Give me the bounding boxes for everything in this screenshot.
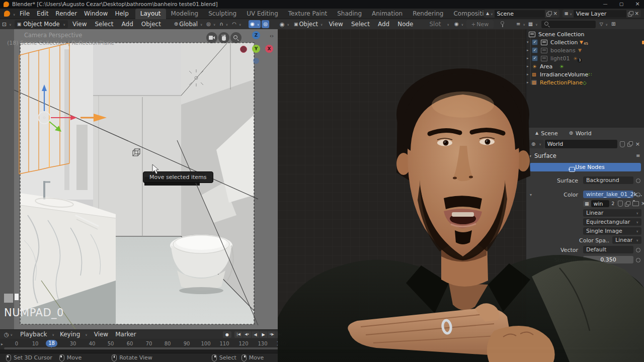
maximize-button[interactable]: ▢ bbox=[616, 1, 627, 8]
prev-keyframe-button[interactable]: ◀• bbox=[243, 331, 251, 338]
timeline-menu-marker[interactable]: Marker bbox=[112, 329, 139, 339]
use-nodes-button[interactable]: Use Nodes bbox=[530, 163, 641, 171]
tab-animation[interactable]: Animation bbox=[367, 9, 408, 19]
orientation-dropdown[interactable]: ⊕ Global ∨ bbox=[173, 20, 204, 28]
menu-file[interactable]: File bbox=[16, 9, 33, 19]
collection-checkbox[interactable]: ✓ bbox=[532, 39, 538, 45]
vp-menu-view[interactable]: View bbox=[69, 19, 90, 29]
tab-modeling[interactable]: Modeling bbox=[166, 9, 204, 19]
properties-tab-scene[interactable]: ▲ bbox=[516, 192, 526, 202]
tab-rendering[interactable]: Rendering bbox=[408, 9, 448, 19]
timeline-scrollbar[interactable] bbox=[4, 347, 639, 349]
outliner-row-irradiance-volume[interactable]: ▸ ▨ IrradianceVolume ∷∷ bbox=[526, 70, 644, 78]
new-material-button[interactable]: + New bbox=[466, 20, 494, 28]
menu-window[interactable]: Window bbox=[80, 9, 111, 19]
shader-type-dropdown[interactable]: ▣ Object ∨ bbox=[292, 20, 324, 28]
properties-tab-physics[interactable]: ◎ bbox=[516, 227, 526, 237]
timeline-menu-view[interactable]: View bbox=[91, 329, 112, 339]
outliner-label[interactable]: Area bbox=[540, 63, 552, 70]
colorspace-dropdown[interactable]: Linear∨ bbox=[612, 236, 641, 244]
filter-image-icon[interactable]: ▦ bbox=[528, 22, 533, 27]
record-button[interactable]: ● bbox=[223, 331, 231, 338]
outliner-label[interactable]: Collection bbox=[550, 39, 578, 46]
image-icon[interactable]: ▦ bbox=[583, 201, 591, 207]
outliner-row-collection[interactable]: ▾ ✓ Collection ▼ 45 bbox=[526, 38, 644, 46]
outliner-label[interactable]: IrradianceVolume bbox=[540, 71, 588, 78]
outliner-label[interactable]: ReflectionPlane bbox=[540, 79, 583, 86]
tab-shading[interactable]: Shading bbox=[332, 9, 367, 19]
shader-editor-background[interactable] bbox=[278, 29, 526, 329]
fake-user-icon[interactable] bbox=[618, 201, 623, 207]
strength-slider[interactable]: 0.350 bbox=[583, 256, 633, 263]
collection-checkbox[interactable]: ✓ bbox=[532, 55, 538, 61]
scene-name[interactable]: Scene bbox=[495, 10, 545, 18]
view-layer-name[interactable]: View Layer bbox=[574, 10, 626, 18]
tab-sculpting[interactable]: Sculpting bbox=[203, 9, 242, 19]
properties-tab-world[interactable]: ● bbox=[516, 202, 526, 212]
properties-tab-output[interactable]: ▤ bbox=[516, 174, 526, 184]
menu-render[interactable]: Render bbox=[52, 9, 80, 19]
copy-icon[interactable] bbox=[546, 11, 552, 17]
pivot-dropdown[interactable]: ◎ ∨ bbox=[205, 20, 217, 28]
editor-type-clock-icon[interactable]: ◷ bbox=[4, 332, 9, 337]
proportional-editing-toggle[interactable]: ◠ ∨ bbox=[230, 20, 243, 28]
surface-panel-header[interactable]: ▾ Surface ≡ bbox=[526, 152, 644, 160]
outliner-row-scene-collection[interactable]: Scene Collection bbox=[526, 30, 644, 38]
tab-uv-editing[interactable]: UV Editing bbox=[242, 9, 283, 19]
properties-tab-render[interactable]: ◔ bbox=[516, 161, 526, 170]
sh-menu-view[interactable]: View bbox=[325, 19, 346, 29]
editor-type-shader-icon[interactable]: ◉ bbox=[280, 22, 285, 27]
blender-menu-icon[interactable] bbox=[4, 11, 10, 17]
animate-dot[interactable] bbox=[636, 178, 640, 183]
animate-dot[interactable] bbox=[636, 258, 640, 262]
timeline-expand-arrow[interactable]: ▸ bbox=[1, 342, 3, 346]
search-input[interactable] bbox=[551, 21, 589, 28]
color-value-field[interactable]: winter_lake_01_2k... bbox=[583, 191, 633, 198]
properties-tab-tool[interactable]: ⊙ bbox=[516, 141, 526, 150]
outliner-row-reflection-plane[interactable]: ▸ ▨ ReflectionPlane ◇ bbox=[526, 78, 644, 86]
new-collection-icon[interactable]: ⊞ bbox=[611, 22, 615, 27]
tab-layout[interactable]: Layout bbox=[135, 9, 166, 19]
axis-x-ball[interactable]: X bbox=[265, 45, 273, 53]
outliner-label[interactable]: Scene Collection bbox=[538, 31, 584, 38]
overlays-toggle[interactable]: ◎ bbox=[262, 20, 269, 28]
collection-checkbox[interactable]: ✓ bbox=[532, 47, 538, 53]
timeline-menu-keying[interactable]: Keying bbox=[56, 329, 84, 339]
interpolation-dropdown[interactable]: Linear∨ bbox=[583, 209, 641, 217]
world-browse-dropdown[interactable]: ⊕ ∨ bbox=[529, 140, 544, 148]
camera-view-button[interactable] bbox=[206, 32, 217, 43]
copy-icon[interactable] bbox=[625, 201, 630, 207]
current-frame-badge[interactable]: 18 bbox=[46, 340, 57, 347]
vp-menu-object[interactable]: Object bbox=[138, 19, 165, 29]
unlink-icon[interactable]: × bbox=[641, 201, 644, 206]
open-file-icon[interactable] bbox=[632, 201, 639, 206]
viewport-3d[interactable]: Camera Perspective (18) Scene Collection… bbox=[0, 29, 278, 329]
scene-selector[interactable]: ▲ ∨ Scene × bbox=[484, 10, 559, 18]
menu-help[interactable]: Help bbox=[111, 9, 132, 19]
jump-start-button[interactable]: |◀ bbox=[234, 331, 243, 338]
play-button[interactable]: ▶ bbox=[260, 331, 267, 338]
slot-dropdown[interactable]: Slot bbox=[426, 19, 444, 29]
view-layer-selector[interactable]: ▦ ∨ View Layer × bbox=[562, 10, 641, 18]
fake-user-icon[interactable] bbox=[620, 141, 625, 147]
play-reverse-button[interactable]: ◀ bbox=[252, 331, 259, 338]
animate-dot[interactable] bbox=[636, 248, 640, 252]
properties-tab-object[interactable]: ■ bbox=[516, 215, 526, 225]
outliner-label[interactable]: light01 bbox=[550, 55, 570, 62]
axis-neg-x-ball[interactable] bbox=[240, 46, 247, 53]
gizmo-toggle[interactable]: ◉ ∨ bbox=[249, 20, 261, 28]
panel-options-icon[interactable]: ≡ bbox=[636, 153, 640, 158]
source-dropdown[interactable]: Single Image∨ bbox=[583, 227, 641, 235]
material-sphere-icon[interactable]: ◉ bbox=[454, 22, 459, 27]
editor-type-3d-icon[interactable]: ⊡ bbox=[2, 22, 7, 27]
copy-icon[interactable] bbox=[628, 11, 633, 17]
pan-view-button[interactable] bbox=[218, 32, 229, 43]
expand-arrow-icon[interactable]: ▸ bbox=[527, 48, 529, 52]
outliner-row-light01[interactable]: ▸ ✓ light01 ☀ 3 bbox=[526, 54, 644, 62]
outliner-row-booleans[interactable]: ▸ ✓ booleans ▼ bbox=[526, 46, 644, 54]
breadcrumb-scene[interactable]: Scene bbox=[541, 130, 558, 137]
pin-icon[interactable] bbox=[500, 21, 505, 28]
axis-z-ball[interactable]: Z bbox=[252, 31, 260, 39]
jump-end-button[interactable]: ▶| bbox=[276, 331, 284, 338]
expand-arrow-icon[interactable]: ▸ bbox=[527, 72, 529, 76]
